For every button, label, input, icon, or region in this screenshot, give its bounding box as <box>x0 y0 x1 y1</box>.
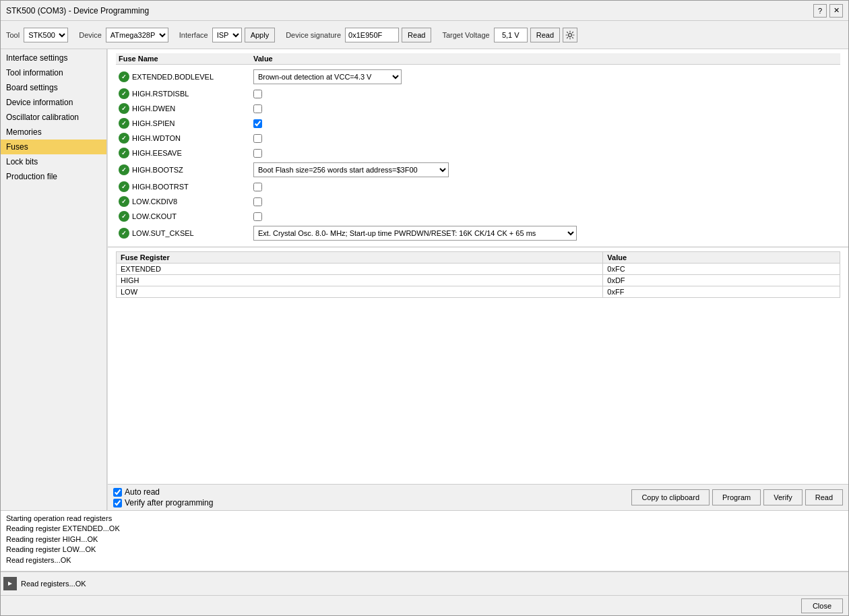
sidebar-item-board-settings[interactable]: Board settings <box>1 80 106 95</box>
read-voltage-button[interactable]: Read <box>530 28 560 42</box>
device-select[interactable]: ATmega328P <box>106 28 168 42</box>
fuse-status-icon-eesave <box>119 148 129 158</box>
fuse-name-ckout: LOW.CKOUT <box>132 212 177 220</box>
sidebar-item-fuses[interactable]: Fuses <box>1 140 106 154</box>
register-value-low: 0xFF <box>603 286 840 298</box>
fuse-row-dwen: HIGH.DWEN <box>116 101 840 116</box>
fuse-checkbox-eesave[interactable] <box>253 149 262 158</box>
log-line-1: Reading register EXTENDED...OK <box>6 524 843 534</box>
fuse-status-icon-bodlevel <box>119 71 129 82</box>
device-group: Device ATmega328P <box>79 28 168 42</box>
voltage-group: Target Voltage Read <box>442 28 577 42</box>
sidebar-item-tool-information[interactable]: Tool information <box>1 65 106 80</box>
verify-after-programming-checkbox[interactable] <box>113 499 122 507</box>
register-name-high: HIGH <box>117 275 603 286</box>
action-bar-buttons: Copy to clipboard Program Verify Read <box>631 489 843 505</box>
fuse-name-sut-cksel: LOW.SUT_CKSEL <box>132 229 194 237</box>
voltage-label: Target Voltage <box>442 31 489 39</box>
register-row-low: LOW 0xFF <box>117 286 840 298</box>
fuse-status-icon-bootsz <box>119 164 129 175</box>
fuse-name-rstdisbl: HIGH.RSTDISBL <box>132 90 189 98</box>
fuse-name-wdton: HIGH.WDTON <box>132 134 181 142</box>
fuse-dropdown-bodlevel[interactable]: Brown-out detection at VCC=4.3 V <box>253 69 402 84</box>
register-table: Fuse Register Value EXTENDED 0xFC HIGH 0… <box>116 251 840 298</box>
fuse-status-icon-ckout <box>119 211 129 222</box>
fuse-status-icon-spien <box>119 118 129 129</box>
fuse-col-value: Value <box>253 55 273 63</box>
fuse-dropdown-sut-cksel[interactable]: Ext. Crystal Osc. 8.0- MHz; Start-up tim… <box>253 226 577 241</box>
register-name-extended: EXTENDED <box>117 264 603 275</box>
verify-button[interactable]: Verify <box>763 489 803 505</box>
fuse-status-icon-wdton <box>119 133 129 144</box>
fuse-checkbox-rstdisbl[interactable] <box>253 90 262 98</box>
signature-group: Device signature Read <box>286 28 431 42</box>
fuse-status-icon-ckdiv8 <box>119 196 129 207</box>
help-button[interactable]: ? <box>813 4 827 18</box>
auto-read-label[interactable]: Auto read <box>113 487 213 497</box>
read-button[interactable]: Read <box>805 489 843 505</box>
fuse-checkbox-ckdiv8[interactable] <box>253 197 262 206</box>
tool-group: Tool STK500 <box>6 28 68 42</box>
sidebar-item-production-file[interactable]: Production file <box>1 169 106 184</box>
fuse-row-wdton: HIGH.WDTON <box>116 131 840 146</box>
auto-read-checkbox[interactable] <box>113 488 122 497</box>
interface-select[interactable]: ISP <box>212 28 242 42</box>
register-row-high: HIGH 0xDF <box>117 275 840 286</box>
fuse-checkbox-ckout[interactable] <box>253 212 262 221</box>
apply-button[interactable]: Apply <box>245 28 276 42</box>
fuse-name-spien: HIGH.SPIEN <box>132 119 175 127</box>
fuse-name-dwen: HIGH.DWEN <box>132 104 175 113</box>
sidebar-item-oscillator-calibration[interactable]: Oscillator calibration <box>1 110 106 125</box>
settings-gear-button[interactable] <box>563 28 577 42</box>
fuse-status-icon-dwen <box>119 103 129 114</box>
toolbar: Tool STK500 Device ATmega328P Interface … <box>1 21 848 49</box>
fuse-checkbox-spien[interactable] <box>253 119 262 128</box>
fuse-checkbox-wdton[interactable] <box>253 134 262 143</box>
window-title: STK500 (COM3) - Device Programming <box>6 6 149 16</box>
register-value-high: 0xDF <box>603 275 840 286</box>
read-signature-button[interactable]: Read <box>402 28 431 42</box>
titlebar: STK500 (COM3) - Device Programming ? ✕ <box>1 1 848 21</box>
sidebar-item-interface-settings[interactable]: Interface settings <box>1 51 106 65</box>
fuse-checkbox-bootrst[interactable] <box>253 183 262 191</box>
signature-input[interactable] <box>345 28 399 42</box>
sidebar-item-device-information[interactable]: Device information <box>1 95 106 110</box>
fuse-checkbox-dwen[interactable] <box>253 104 262 113</box>
fuse-name-ckdiv8: LOW.CKDIV8 <box>132 197 177 206</box>
status-bar: Read registers...OK <box>1 571 848 595</box>
spacer <box>108 302 848 484</box>
fuse-row-bodlevel: EXTENDED.BODLEVEL Brown-out detection at… <box>116 67 840 86</box>
action-bar: Auto read Verify after programming Copy … <box>108 484 848 510</box>
log-line-4: Read registers...OK <box>6 555 843 565</box>
main-window: STK500 (COM3) - Device Programming ? ✕ T… <box>0 0 849 616</box>
svg-marker-1 <box>8 582 12 586</box>
status-arrow-button[interactable] <box>3 577 17 590</box>
tool-select[interactable]: STK500 <box>24 28 68 42</box>
fuse-row-eesave: HIGH.EESAVE <box>116 146 840 160</box>
register-col-header: Fuse Register <box>117 252 603 264</box>
fuse-row-bootsz: HIGH.BOOTSZ Boot Flash size=256 words st… <box>116 160 840 179</box>
fuse-row-ckdiv8: LOW.CKDIV8 <box>116 194 840 209</box>
interface-label: Interface <box>179 31 208 39</box>
sidebar-item-lock-bits[interactable]: Lock bits <box>1 154 106 169</box>
program-button[interactable]: Program <box>712 489 761 505</box>
fuse-area: Fuse Name Value EXTENDED.BODLEVEL Brown-… <box>108 49 848 247</box>
sidebar: Interface settings Tool information Boar… <box>1 49 107 510</box>
voltage-input[interactable] <box>494 28 528 42</box>
device-label: Device <box>79 31 102 39</box>
log-line-3: Reading register LOW...OK <box>6 545 843 555</box>
register-name-low: LOW <box>117 286 603 298</box>
sidebar-item-memories[interactable]: Memories <box>1 125 106 140</box>
copy-to-clipboard-button[interactable]: Copy to clipboard <box>631 489 710 505</box>
close-button[interactable]: Close <box>801 598 843 613</box>
footer: Close <box>1 595 848 615</box>
close-window-button[interactable]: ✕ <box>829 4 843 18</box>
svg-point-0 <box>569 33 572 36</box>
verify-after-programming-label[interactable]: Verify after programming <box>113 498 213 507</box>
fuse-col-name: Fuse Name <box>119 55 253 63</box>
content-area: Interface settings Tool information Boar… <box>1 49 848 510</box>
fuse-status-icon-rstdisbl <box>119 88 129 99</box>
fuse-row-ckout: LOW.CKOUT <box>116 209 840 224</box>
fuse-dropdown-bootsz[interactable]: Boot Flash size=256 words start address=… <box>253 162 449 177</box>
titlebar-controls: ? ✕ <box>813 4 843 18</box>
